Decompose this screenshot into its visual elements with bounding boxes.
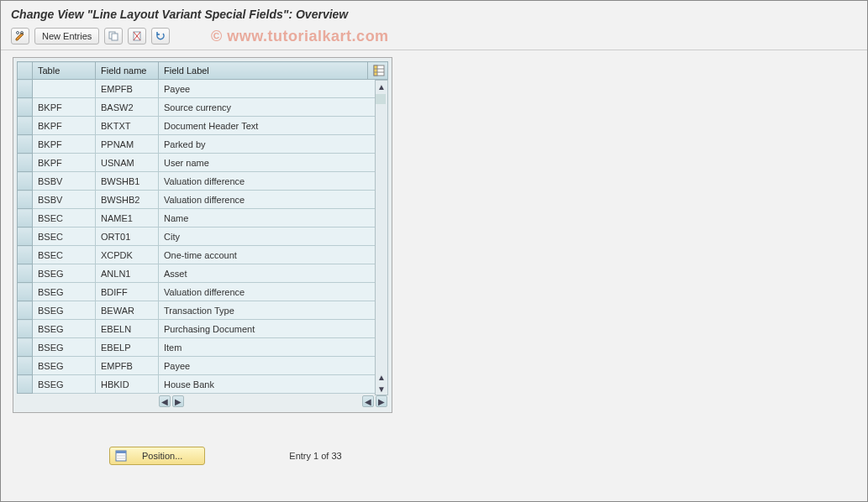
cell-table[interactable]: BKPF bbox=[33, 135, 96, 154]
table-settings-button[interactable] bbox=[368, 62, 388, 80]
row-selector[interactable] bbox=[18, 283, 33, 301]
cell-table[interactable]: BKPF bbox=[33, 117, 96, 135]
cell-field-name[interactable]: BWSHB1 bbox=[96, 172, 159, 191]
scroll-thumb[interactable] bbox=[376, 94, 386, 104]
cell-field-label[interactable]: Payee bbox=[159, 80, 388, 98]
table-row: BSEGHBKIDHouse Bank bbox=[18, 375, 388, 394]
cell-field-label[interactable]: Asset bbox=[159, 264, 388, 283]
scroll-left-icon[interactable]: ◀ bbox=[159, 395, 171, 407]
row-selector[interactable] bbox=[18, 191, 33, 209]
undo-button[interactable] bbox=[151, 28, 170, 44]
cell-field-label[interactable]: Payee bbox=[159, 357, 388, 375]
col-header-field-label[interactable]: Field Label bbox=[159, 62, 368, 80]
cell-table[interactable]: BSEC bbox=[33, 227, 96, 246]
cell-field-label[interactable]: Name bbox=[159, 209, 388, 227]
table-row: BSEGEBELNPurchasing Document bbox=[18, 320, 388, 338]
position-button[interactable]: Position... bbox=[109, 447, 205, 465]
cell-field-name[interactable]: EMPFB bbox=[96, 357, 159, 375]
copy-as-button[interactable] bbox=[104, 28, 123, 44]
scroll-left-end-icon[interactable]: ◀ bbox=[362, 395, 374, 407]
cell-table[interactable]: BSEG bbox=[33, 301, 96, 320]
data-grid: Table Field name Field Label EMPFBPayeeB… bbox=[13, 57, 392, 413]
cell-field-label[interactable]: Document Header Text bbox=[159, 117, 388, 135]
cell-field-name[interactable]: EBELN bbox=[96, 320, 159, 338]
row-selector-header[interactable] bbox=[18, 62, 33, 80]
row-selector[interactable] bbox=[18, 117, 33, 135]
new-entries-button[interactable]: New Entries bbox=[34, 28, 99, 44]
row-selector[interactable] bbox=[18, 338, 33, 357]
cell-table[interactable]: BSEC bbox=[33, 246, 96, 264]
cell-table[interactable]: BSEC bbox=[33, 209, 96, 227]
col-header-table[interactable]: Table bbox=[33, 62, 96, 80]
scroll-right-icon[interactable]: ▶ bbox=[172, 395, 184, 407]
toolbar: New Entries bbox=[1, 24, 867, 50]
cell-table[interactable]: BSEG bbox=[33, 375, 96, 394]
table-row: BSEGBDIFFValuation difference bbox=[18, 283, 388, 301]
cell-field-label[interactable]: User name bbox=[159, 154, 388, 172]
table-settings-icon bbox=[373, 65, 385, 76]
cell-field-label[interactable]: Valuation difference bbox=[159, 172, 388, 191]
row-selector[interactable] bbox=[18, 172, 33, 191]
table-row: BSBVBWSHB2Valuation difference bbox=[18, 191, 388, 209]
cell-field-label[interactable]: One-time account bbox=[159, 246, 388, 264]
row-selector[interactable] bbox=[18, 80, 33, 98]
cell-field-label[interactable]: Item bbox=[159, 338, 388, 357]
row-selector[interactable] bbox=[18, 209, 33, 227]
cell-field-label[interactable]: Source currency bbox=[159, 98, 388, 117]
scroll-right-end-icon[interactable]: ▶ bbox=[376, 395, 387, 407]
row-selector[interactable] bbox=[18, 227, 33, 246]
row-selector[interactable] bbox=[18, 375, 33, 394]
cell-table[interactable] bbox=[33, 80, 96, 98]
cell-field-name[interactable]: BEWAR bbox=[96, 301, 159, 320]
cell-field-label[interactable]: Purchasing Document bbox=[159, 320, 388, 338]
row-selector[interactable] bbox=[18, 135, 33, 154]
cell-field-name[interactable]: BDIFF bbox=[96, 283, 159, 301]
scroll-up-icon[interactable]: ▲ bbox=[376, 81, 387, 92]
cell-table[interactable]: BSEG bbox=[33, 320, 96, 338]
row-selector[interactable] bbox=[18, 154, 33, 172]
cell-field-label[interactable]: Valuation difference bbox=[159, 283, 388, 301]
cell-table[interactable]: BSEG bbox=[33, 338, 96, 357]
row-selector[interactable] bbox=[18, 320, 33, 338]
cell-table[interactable]: BKPF bbox=[33, 154, 96, 172]
toggle-display-change-button[interactable] bbox=[11, 28, 29, 44]
cell-field-name[interactable]: ORT01 bbox=[96, 227, 159, 246]
cell-table[interactable]: BSEG bbox=[33, 264, 96, 283]
cell-field-name[interactable]: BASW2 bbox=[96, 98, 159, 117]
scroll-down-icon[interactable]: ▼ bbox=[376, 383, 387, 395]
table-row: BSEGBEWARTransaction Type bbox=[18, 301, 388, 320]
cell-field-label[interactable]: Transaction Type bbox=[159, 301, 388, 320]
row-selector[interactable] bbox=[18, 246, 33, 264]
cell-field-name[interactable]: XCPDK bbox=[96, 246, 159, 264]
cell-field-name[interactable]: ANLN1 bbox=[96, 264, 159, 283]
cell-field-name[interactable]: EMPFB bbox=[96, 80, 159, 98]
table-row: BSBVBWSHB1Valuation difference bbox=[18, 172, 388, 191]
delete-icon bbox=[131, 30, 143, 42]
cell-table[interactable]: BSBV bbox=[33, 191, 96, 209]
cell-table[interactable]: BSEG bbox=[33, 283, 96, 301]
cell-field-label[interactable]: Valuation difference bbox=[159, 191, 388, 209]
vertical-scrollbar[interactable]: ▲ ▲ ▼ bbox=[375, 80, 388, 395]
cell-field-name[interactable]: PPNAM bbox=[96, 135, 159, 154]
cell-table[interactable]: BKPF bbox=[33, 98, 96, 117]
cell-field-name[interactable]: NAME1 bbox=[96, 209, 159, 227]
cell-table[interactable]: BSBV bbox=[33, 172, 96, 191]
table-row: BSECXCPDKOne-time account bbox=[18, 246, 388, 264]
row-selector[interactable] bbox=[18, 264, 33, 283]
row-selector[interactable] bbox=[18, 98, 33, 117]
cell-field-name[interactable]: EBELP bbox=[96, 338, 159, 357]
row-selector[interactable] bbox=[18, 357, 33, 375]
cell-field-name[interactable]: BKTXT bbox=[96, 117, 159, 135]
cell-field-name[interactable]: USNAM bbox=[96, 154, 159, 172]
scroll-up-step-icon[interactable]: ▲ bbox=[376, 371, 387, 383]
table-row: EMPFBPayee bbox=[18, 80, 388, 98]
cell-field-label[interactable]: Parked by bbox=[159, 135, 388, 154]
cell-field-name[interactable]: BWSHB2 bbox=[96, 191, 159, 209]
cell-field-name[interactable]: HBKID bbox=[96, 375, 159, 394]
cell-field-label[interactable]: House Bank bbox=[159, 375, 388, 394]
col-header-field-name[interactable]: Field name bbox=[96, 62, 159, 80]
cell-field-label[interactable]: City bbox=[159, 227, 388, 246]
row-selector[interactable] bbox=[18, 301, 33, 320]
delete-button[interactable] bbox=[128, 28, 146, 44]
cell-table[interactable]: BSEG bbox=[33, 357, 96, 375]
